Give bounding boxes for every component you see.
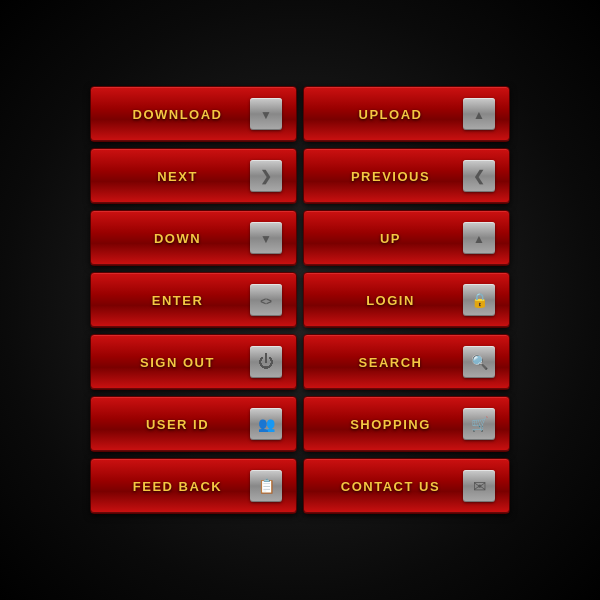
- chevron-right-icon: [250, 160, 282, 192]
- search-icon: [463, 346, 495, 378]
- chevron-up-icon: [463, 98, 495, 130]
- mail-icon: [463, 470, 495, 502]
- search-button[interactable]: SEARCH: [303, 334, 510, 390]
- down-button[interactable]: DOWN: [90, 210, 297, 266]
- previous-button[interactable]: PREVIOUS: [303, 148, 510, 204]
- contact-us-label: CONTACT US: [318, 479, 463, 494]
- up-label: UP: [318, 231, 463, 246]
- power-icon: [250, 346, 282, 378]
- lock-icon: [463, 284, 495, 316]
- cart-icon: [463, 408, 495, 440]
- note-icon: [250, 470, 282, 502]
- chevron-down-icon: [250, 98, 282, 130]
- search-label: SEARCH: [318, 355, 463, 370]
- sign-out-label: SIGN OUT: [105, 355, 250, 370]
- shopping-label: SHOPPING: [318, 417, 463, 432]
- upload-label: UPLOAD: [318, 107, 463, 122]
- next-button[interactable]: NEXT: [90, 148, 297, 204]
- up-button[interactable]: UP: [303, 210, 510, 266]
- login-label: LOGIN: [318, 293, 463, 308]
- user-id-label: USER ID: [105, 417, 250, 432]
- button-grid-container: DOWNLOADUPLOADNEXTPREVIOUSDOWNUPENTERLOG…: [60, 56, 540, 544]
- chevron-up-icon: [463, 222, 495, 254]
- enter-button[interactable]: ENTER: [90, 272, 297, 328]
- enter-label: ENTER: [105, 293, 250, 308]
- previous-label: PREVIOUS: [318, 169, 463, 184]
- down-label: DOWN: [105, 231, 250, 246]
- download-label: DOWNLOAD: [105, 107, 250, 122]
- next-label: NEXT: [105, 169, 250, 184]
- code-icon: [250, 284, 282, 316]
- chevron-down-icon: [250, 222, 282, 254]
- user-icon: [250, 408, 282, 440]
- feed-back-button[interactable]: FEED BACK: [90, 458, 297, 514]
- feed-back-label: FEED BACK: [105, 479, 250, 494]
- button-grid: DOWNLOADUPLOADNEXTPREVIOUSDOWNUPENTERLOG…: [60, 56, 540, 544]
- download-button[interactable]: DOWNLOAD: [90, 86, 297, 142]
- login-button[interactable]: LOGIN: [303, 272, 510, 328]
- user-id-button[interactable]: USER ID: [90, 396, 297, 452]
- chevron-left-icon: [463, 160, 495, 192]
- shopping-button[interactable]: SHOPPING: [303, 396, 510, 452]
- upload-button[interactable]: UPLOAD: [303, 86, 510, 142]
- sign-out-button[interactable]: SIGN OUT: [90, 334, 297, 390]
- contact-us-button[interactable]: CONTACT US: [303, 458, 510, 514]
